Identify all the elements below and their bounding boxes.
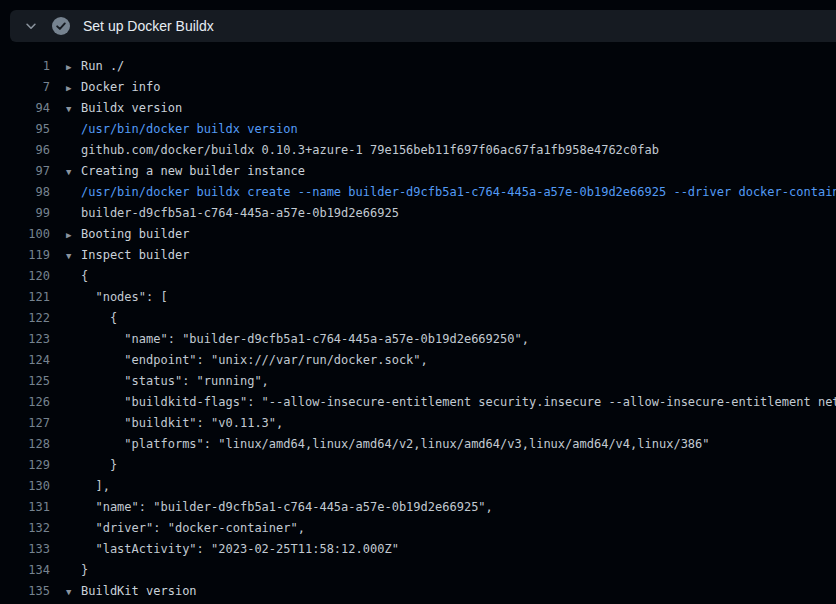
- step-title: Set up Docker Buildx: [83, 18, 214, 34]
- log-line: 121 "nodes": [: [0, 287, 836, 308]
- log-line-text[interactable]: ▶Booting builder: [50, 224, 836, 245]
- line-number[interactable]: 97: [0, 161, 50, 182]
- log-container: 1 ▶Run ./ 7 ▶Docker info 94 ▼Buildx vers…: [0, 56, 836, 604]
- triangle-down-icon: ▼: [66, 246, 81, 266]
- triangle-down-icon: ▼: [66, 582, 81, 602]
- log-line: 120 {: [0, 266, 836, 287]
- log-group-header: 1 ▶Run ./: [0, 56, 836, 77]
- line-number[interactable]: 126: [0, 392, 50, 413]
- log-line-text[interactable]: ▶Run ./: [50, 56, 836, 77]
- line-number[interactable]: 119: [0, 245, 50, 266]
- line-number[interactable]: 129: [0, 455, 50, 476]
- log-line-text: }: [50, 560, 836, 581]
- log-line: 98 /usr/bin/docker buildx create --name …: [0, 182, 836, 203]
- line-number[interactable]: 121: [0, 287, 50, 308]
- log-line-text: "status": "running",: [50, 371, 836, 392]
- log-line-text: ],: [50, 476, 836, 497]
- step-header[interactable]: Set up Docker Buildx: [10, 10, 836, 42]
- log-line: 125 "status": "running",: [0, 371, 836, 392]
- log-group-header: 97 ▼Creating a new builder instance: [0, 161, 836, 182]
- log-line: 134 }: [0, 560, 836, 581]
- line-number[interactable]: 130: [0, 476, 50, 497]
- log-line-text[interactable]: ▼Buildx version: [50, 98, 836, 119]
- log-group-header: 94 ▼Buildx version: [0, 98, 836, 119]
- line-number[interactable]: 7: [0, 77, 50, 98]
- log-line: 99 builder-d9cfb5a1-c764-445a-a57e-0b19d…: [0, 203, 836, 224]
- line-number[interactable]: 99: [0, 203, 50, 224]
- log-group-header: 7 ▶Docker info: [0, 77, 836, 98]
- log-group-header: 119 ▼Inspect builder: [0, 245, 836, 266]
- log-line-text: "buildkit": "v0.11.3",: [50, 413, 836, 434]
- log-line-text: "platforms": "linux/amd64,linux/amd64/v2…: [50, 434, 836, 455]
- log-line-text: "endpoint": "unix:///var/run/docker.sock…: [50, 350, 836, 371]
- line-number[interactable]: 134: [0, 560, 50, 581]
- line-number[interactable]: 96: [0, 140, 50, 161]
- triangle-right-icon: ▶: [66, 78, 81, 98]
- log-line-text[interactable]: ▶Docker info: [50, 77, 836, 98]
- log-line-text: github.com/docker/buildx 0.10.3+azure-1 …: [50, 140, 836, 161]
- chevron-down-icon[interactable]: [19, 14, 43, 38]
- log-line: 133 "lastActivity": "2023-02-25T11:58:12…: [0, 539, 836, 560]
- line-number[interactable]: 95: [0, 119, 50, 140]
- log-line: 123 "name": "builder-d9cfb5a1-c764-445a-…: [0, 329, 836, 350]
- line-number[interactable]: 122: [0, 308, 50, 329]
- log-line: 130 ],: [0, 476, 836, 497]
- line-number[interactable]: 132: [0, 518, 50, 539]
- log-line-text: "lastActivity": "2023-02-25T11:58:12.000…: [50, 539, 836, 560]
- log-line-text: {: [50, 308, 836, 329]
- triangle-right-icon: ▶: [66, 57, 81, 77]
- log-line: 126 "buildkitd-flags": "--allow-insecure…: [0, 392, 836, 413]
- log-line: 131 "name": "builder-d9cfb5a1-c764-445a-…: [0, 497, 836, 518]
- log-line-text[interactable]: ▼Creating a new builder instance: [50, 161, 836, 182]
- line-number[interactable]: 128: [0, 434, 50, 455]
- triangle-down-icon: ▼: [66, 99, 81, 119]
- line-number[interactable]: 124: [0, 350, 50, 371]
- line-number[interactable]: 125: [0, 371, 50, 392]
- line-number[interactable]: 135: [0, 581, 50, 602]
- log-line-text[interactable]: ▼BuildKit version: [50, 581, 836, 602]
- triangle-down-icon: ▼: [66, 162, 81, 182]
- log-line-text: builder-d9cfb5a1-c764-445a-a57e-0b19d2e6…: [50, 203, 836, 224]
- log-line-text: "name": "builder-d9cfb5a1-c764-445a-a57e…: [50, 329, 836, 350]
- log-line-text: /usr/bin/docker buildx create --name bui…: [50, 182, 836, 203]
- line-number[interactable]: 123: [0, 329, 50, 350]
- log-group-header: 135 ▼BuildKit version: [0, 581, 836, 602]
- log-line: 129 }: [0, 455, 836, 476]
- log-line: 127 "buildkit": "v0.11.3",: [0, 413, 836, 434]
- line-number[interactable]: 94: [0, 98, 50, 119]
- log-line-text: "name": "builder-d9cfb5a1-c764-445a-a57e…: [50, 497, 836, 518]
- log-line: 95 /usr/bin/docker buildx version: [0, 119, 836, 140]
- check-circle-icon: [52, 17, 70, 35]
- log-line-text: /usr/bin/docker buildx version: [50, 119, 836, 140]
- line-number[interactable]: 98: [0, 182, 50, 203]
- log-line-text: "driver": "docker-container",: [50, 518, 836, 539]
- log-line-text: "nodes": [: [50, 287, 836, 308]
- log-line-text: }: [50, 455, 836, 476]
- line-number[interactable]: 120: [0, 266, 50, 287]
- log-line-text: "buildkitd-flags": "--allow-insecure-ent…: [50, 392, 836, 413]
- triangle-right-icon: ▶: [66, 225, 81, 245]
- log-line: 132 "driver": "docker-container",: [0, 518, 836, 539]
- line-number[interactable]: 133: [0, 539, 50, 560]
- line-number[interactable]: 131: [0, 497, 50, 518]
- log-line: 124 "endpoint": "unix:///var/run/docker.…: [0, 350, 836, 371]
- log-line: 128 "platforms": "linux/amd64,linux/amd6…: [0, 434, 836, 455]
- log-group-header: 100 ▶Booting builder: [0, 224, 836, 245]
- log-line-text: {: [50, 266, 836, 287]
- line-number[interactable]: 127: [0, 413, 50, 434]
- log-line: 122 {: [0, 308, 836, 329]
- log-line-text[interactable]: ▼Inspect builder: [50, 245, 836, 266]
- line-number[interactable]: 1: [0, 56, 50, 77]
- line-number[interactable]: 100: [0, 224, 50, 245]
- log-line: 96 github.com/docker/buildx 0.10.3+azure…: [0, 140, 836, 161]
